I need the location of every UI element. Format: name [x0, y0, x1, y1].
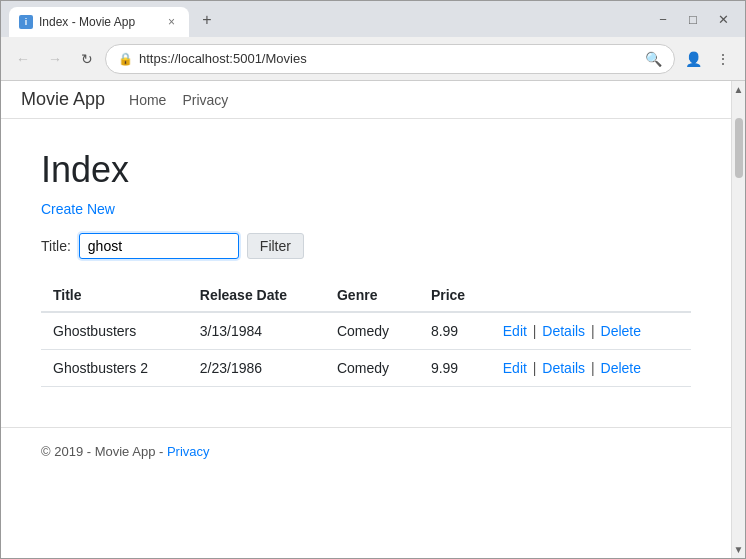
- tab-close-button[interactable]: ×: [164, 13, 179, 31]
- table-header-row: Title Release Date Genre Price: [41, 279, 691, 312]
- window-controls: − □ ✕: [649, 5, 737, 33]
- title-bar: i Index - Movie App × + − □ ✕: [1, 1, 745, 37]
- footer-text: © 2019 - Movie App -: [41, 444, 163, 459]
- new-tab-button[interactable]: +: [193, 6, 221, 34]
- minimize-button[interactable]: −: [649, 5, 677, 33]
- movies-table: Title Release Date Genre Price Ghostbust…: [41, 279, 691, 387]
- tab-favicon: i: [19, 15, 33, 29]
- edit-link-1[interactable]: Edit: [503, 360, 527, 376]
- url-bar[interactable]: 🔒 https://localhost:5001/Movies 🔍: [105, 44, 675, 74]
- reload-button[interactable]: ↻: [73, 45, 101, 73]
- cell-release-date: 2/23/1986: [188, 350, 325, 387]
- url-text: https://localhost:5001/Movies: [139, 51, 639, 66]
- tab-strip: i Index - Movie App × +: [9, 1, 637, 37]
- col-actions: [491, 279, 691, 312]
- scrollbar[interactable]: ▲ ▼: [731, 81, 745, 558]
- cell-release-date: 3/13/1984: [188, 312, 325, 350]
- sep-4: |: [591, 360, 595, 376]
- cell-genre: Comedy: [325, 312, 419, 350]
- forward-button[interactable]: →: [41, 45, 69, 73]
- site-nav: Movie App Home Privacy: [1, 81, 731, 119]
- create-new-link[interactable]: Create New: [41, 201, 115, 217]
- nav-privacy-link[interactable]: Privacy: [182, 92, 228, 108]
- browser-tab[interactable]: i Index - Movie App ×: [9, 7, 189, 37]
- table-row: Ghostbusters 3/13/1984 Comedy 8.99 Edit …: [41, 312, 691, 350]
- cell-price: 8.99: [419, 312, 491, 350]
- filter-form: Title: Filter: [41, 233, 691, 259]
- main-content: Index Create New Title: Filter Title Rel…: [1, 119, 731, 407]
- site-footer: © 2019 - Movie App - Privacy: [1, 427, 731, 475]
- cell-genre: Comedy: [325, 350, 419, 387]
- nav-home-link[interactable]: Home: [129, 92, 166, 108]
- sep-2: |: [591, 323, 595, 339]
- filter-input[interactable]: [79, 233, 239, 259]
- tab-title: Index - Movie App: [39, 15, 158, 29]
- edit-link-0[interactable]: Edit: [503, 323, 527, 339]
- profile-button[interactable]: 👤: [679, 45, 707, 73]
- cell-title: Ghostbusters: [41, 312, 188, 350]
- scroll-down-arrow[interactable]: ▼: [731, 541, 745, 558]
- sep-3: |: [533, 360, 537, 376]
- page-heading: Index: [41, 149, 691, 191]
- col-release-date: Release Date: [188, 279, 325, 312]
- cell-title: Ghostbusters 2: [41, 350, 188, 387]
- col-genre: Genre: [325, 279, 419, 312]
- table-header: Title Release Date Genre Price: [41, 279, 691, 312]
- footer-privacy-link[interactable]: Privacy: [167, 444, 210, 459]
- scrollbar-thumb[interactable]: [735, 118, 743, 178]
- sep-1: |: [533, 323, 537, 339]
- col-price: Price: [419, 279, 491, 312]
- back-button[interactable]: ←: [9, 45, 37, 73]
- col-title: Title: [41, 279, 188, 312]
- filter-label: Title:: [41, 238, 71, 254]
- table-body: Ghostbusters 3/13/1984 Comedy 8.99 Edit …: [41, 312, 691, 387]
- close-window-button[interactable]: ✕: [709, 5, 737, 33]
- url-search-icon[interactable]: 🔍: [645, 51, 662, 67]
- scroll-up-arrow[interactable]: ▲: [731, 81, 745, 98]
- address-bar: ← → ↻ 🔒 https://localhost:5001/Movies 🔍 …: [1, 37, 745, 81]
- page-content: Movie App Home Privacy Index Create New …: [1, 81, 731, 558]
- table-row: Ghostbusters 2 2/23/1986 Comedy 9.99 Edi…: [41, 350, 691, 387]
- delete-link-1[interactable]: Delete: [601, 360, 641, 376]
- details-link-0[interactable]: Details: [542, 323, 585, 339]
- cell-actions: Edit | Details | Delete: [491, 350, 691, 387]
- lock-icon: 🔒: [118, 52, 133, 66]
- delete-link-0[interactable]: Delete: [601, 323, 641, 339]
- toolbar-icons: 👤 ⋮: [679, 45, 737, 73]
- browser-window: i Index - Movie App × + − □ ✕ ← → ↻ 🔒 ht…: [0, 0, 746, 559]
- filter-button[interactable]: Filter: [247, 233, 304, 259]
- site-brand[interactable]: Movie App: [21, 89, 105, 110]
- cell-price: 9.99: [419, 350, 491, 387]
- browser-content-area: Movie App Home Privacy Index Create New …: [1, 81, 745, 558]
- details-link-1[interactable]: Details: [542, 360, 585, 376]
- maximize-button[interactable]: □: [679, 5, 707, 33]
- more-options-button[interactable]: ⋮: [709, 45, 737, 73]
- cell-actions: Edit | Details | Delete: [491, 312, 691, 350]
